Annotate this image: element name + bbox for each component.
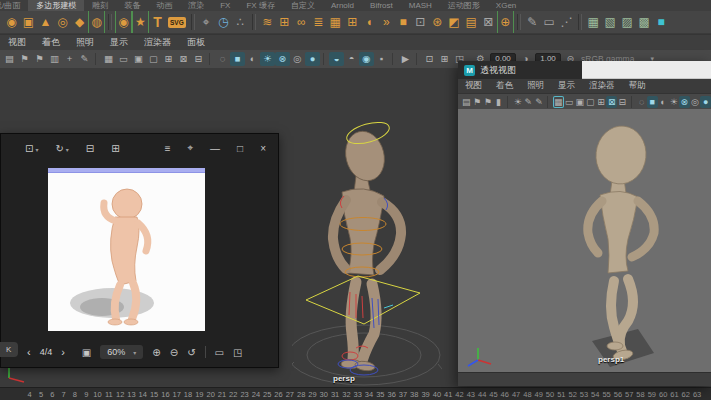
res-gate-icon[interactable]: ▣ [131, 52, 146, 66]
multi-cut-icon[interactable]: ▧ [602, 11, 619, 34]
textured-mode-icon[interactable]: ◐ [245, 52, 260, 66]
tab-rendering[interactable]: 渲染 [180, 0, 212, 11]
timeline-frame[interactable]: 32 [341, 388, 352, 400]
unpin-icon[interactable]: ⌖ [187, 142, 193, 154]
minimize-icon[interactable]: — [210, 143, 220, 154]
timeline-frame[interactable]: 57 [624, 388, 635, 400]
gate-mask-icon[interactable]: ▢ [585, 96, 596, 108]
timeline-frame[interactable]: 39 [420, 388, 431, 400]
quad-patch-icon[interactable]: ⊞ [276, 11, 293, 34]
poly-spheres-icon[interactable]: ∞ [293, 11, 310, 34]
bend-deform-icon[interactable]: ◖ [361, 11, 378, 34]
menu-renderer[interactable]: 渲染器 [582, 80, 622, 92]
curve-pen-icon[interactable]: ✎ [524, 11, 541, 34]
timeline-frame[interactable]: 25 [262, 388, 273, 400]
time-slider[interactable]: 4567891011121314151617181920212223242526… [0, 387, 711, 400]
frame-x-icon[interactable]: ⊠ [480, 11, 497, 34]
ao-icon[interactable]: ◎ [290, 52, 305, 66]
timeline-frame[interactable]: 23 [239, 388, 250, 400]
field-chart-icon[interactable]: ⊞ [596, 96, 607, 108]
fit-to-window-icon[interactable]: ▣ [82, 347, 91, 358]
film-gate-icon[interactable]: ▭ [116, 52, 131, 66]
plugin-arrow-icon[interactable]: ▶ [398, 52, 413, 66]
image-plane-icon[interactable]: ▥ [47, 52, 62, 66]
timeline-frame[interactable]: 12 [115, 388, 126, 400]
timeline-frame[interactable]: 9 [81, 388, 92, 400]
timeline-frame[interactable]: 54 [590, 388, 601, 400]
timeline-frame[interactable]: 19 [194, 388, 205, 400]
grid-b-icon[interactable]: ⊞ [344, 11, 361, 34]
timeline-frame[interactable]: 37 [397, 388, 408, 400]
cube-solid-icon[interactable]: ■ [395, 11, 412, 34]
rotate-icon[interactable]: ↺ [187, 347, 195, 358]
timeline-frame[interactable]: 45 [488, 388, 499, 400]
tab-arnold[interactable]: Arnold [323, 0, 362, 11]
timeline-frame[interactable]: 14 [137, 388, 148, 400]
fullscreen-icon[interactable]: ◳ [233, 347, 242, 358]
menu-lighting[interactable]: 照明 [520, 80, 551, 92]
tab-xgen[interactable]: XGen [488, 0, 524, 11]
shaded-mode-icon[interactable]: ■ [647, 96, 658, 108]
image-mode-icon[interactable]: ⊡▾ [25, 143, 38, 154]
timeline-frame[interactable]: 18 [182, 388, 193, 400]
timeline-frame[interactable]: 59 [646, 388, 657, 400]
maximize-icon[interactable]: □ [237, 143, 243, 154]
timeline-frame[interactable]: 46 [499, 388, 510, 400]
zoom-out-icon[interactable]: ⊖ [170, 347, 178, 358]
menu-panels[interactable]: 面板 [179, 36, 213, 49]
clip-a-icon[interactable]: ⊡ [422, 52, 437, 66]
timeline-frame[interactable]: 35 [375, 388, 386, 400]
tab-motion-graphics[interactable]: 运动图形 [440, 0, 488, 11]
timeline-frame[interactable]: 4 [24, 388, 35, 400]
timeline-frame[interactable]: 15 [148, 388, 159, 400]
timeline-frame[interactable]: 63 [691, 388, 702, 400]
poly-sphere-icon[interactable]: ◉ [3, 11, 20, 34]
connect-icon[interactable]: ▩ [636, 11, 653, 34]
timeline-frame[interactable]: 55 [601, 388, 612, 400]
viewer-image[interactable] [48, 168, 205, 331]
menu-view[interactable]: 视图 [458, 80, 489, 92]
timeline-frame[interactable]: 52 [567, 388, 578, 400]
previous-image-button[interactable]: ‹ [27, 346, 31, 358]
timeline-frame[interactable]: 43 [465, 388, 476, 400]
close-icon[interactable]: × [260, 143, 266, 154]
particles-icon[interactable]: ∴ [232, 11, 249, 34]
tab-poly-modeling[interactable]: 多边形建模 [28, 0, 84, 11]
pencil-icon[interactable]: ✎ [534, 96, 545, 108]
menu-show[interactable]: 显示 [551, 80, 582, 92]
timeline-frame[interactable]: 21 [216, 388, 227, 400]
camera-attr-icon[interactable]: ⚑ [472, 96, 483, 108]
poly-torus-icon[interactable]: ◎ [54, 11, 71, 34]
menu-view[interactable]: 视图 [0, 36, 34, 49]
construction-plane-icon[interactable]: ⌖ [198, 11, 215, 34]
field-chart-icon[interactable]: ⊞ [161, 52, 176, 66]
menu-show[interactable]: 显示 [102, 36, 136, 49]
timeline-frame[interactable]: 24 [250, 388, 261, 400]
timeline-frame[interactable]: 30 [318, 388, 329, 400]
fog-icon[interactable]: ▪ [374, 52, 389, 66]
layers-icon[interactable]: ▤ [463, 11, 480, 34]
timeline-frame[interactable]: 61 [669, 388, 680, 400]
timeline-frame[interactable]: 22 [228, 388, 239, 400]
time-editor-icon[interactable]: ◷ [215, 11, 232, 34]
tab-mash[interactable]: MASH [401, 0, 440, 11]
joints-xray-icon[interactable]: ◓ [344, 52, 359, 66]
timeline-frame[interactable]: 60 [658, 388, 669, 400]
timeline-frame[interactable]: 28 [296, 388, 307, 400]
tab-custom[interactable]: 自定义 [283, 0, 323, 11]
edit-box-icon[interactable]: ▭ [541, 11, 558, 34]
camera-attr-icon[interactable]: ⚑ [17, 52, 32, 66]
sweep-mesh-icon[interactable]: ≋ [259, 11, 276, 34]
poly-cube-icon[interactable]: ▣ [20, 11, 37, 34]
viewer-left-badge[interactable]: K [0, 342, 18, 357]
target-weld-icon[interactable]: ▨ [619, 11, 636, 34]
safe-action-icon[interactable]: ⊠ [176, 52, 191, 66]
shadows-icon[interactable]: ⊗ [679, 96, 690, 108]
wire-sphere-icon[interactable]: ⊕ [497, 11, 514, 34]
timeline-frame[interactable]: 16 [160, 388, 171, 400]
pan-zoom-icon[interactable]: + [62, 52, 77, 66]
shadows-icon[interactable]: ⊗ [275, 52, 290, 66]
menu-lighting[interactable]: 照明 [68, 36, 102, 49]
safe-action-icon[interactable]: ⊠ [606, 96, 617, 108]
steps-icon[interactable]: ≣ [310, 11, 327, 34]
